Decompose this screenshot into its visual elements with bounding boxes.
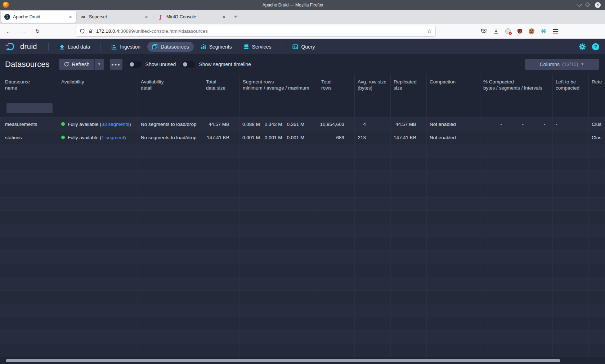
col-header-left-to-be-compacted[interactable]: Left to becompacted (553, 74, 589, 99)
table-row-measurements[interactable]: measurements Fully available (33 segment… (0, 118, 605, 131)
cell-total-data-size: 44.57 MB (203, 118, 240, 131)
table-row-empty (0, 171, 605, 184)
show-unused-toggle[interactable] (129, 61, 142, 68)
back-button[interactable]: ← (4, 28, 14, 34)
more-actions-button[interactable]: ●●● (110, 59, 122, 70)
col-header-retention[interactable]: Rete (589, 74, 605, 99)
chevron-down-icon: ▼ (581, 62, 584, 66)
segments-link[interactable]: 33 segments (102, 122, 129, 127)
table-row-empty (0, 264, 605, 277)
help-icon[interactable]: ? (592, 43, 599, 50)
druid-logo[interactable]: druid (5, 42, 37, 51)
nav-item-label: Datasources (161, 44, 189, 50)
menu-hamburger-icon[interactable] (553, 29, 558, 33)
table-row-stations[interactable]: stations Fully available (1 segment) No … (0, 131, 605, 144)
tab-apache-druid[interactable]: Apache Druid × (1, 11, 76, 23)
show-segment-timeline-label: Show segment timeline (199, 62, 251, 67)
tab-close-icon[interactable]: × (221, 14, 226, 20)
nav-divider (282, 43, 282, 51)
url-bar[interactable]: 172.18.0.4:30899/unified-console.html#da… (76, 26, 436, 37)
minio-favicon-icon: ʃ (158, 14, 163, 20)
nav-item-segments[interactable]: Segments (196, 42, 237, 52)
nav-item-ingestion[interactable]: Ingestion (107, 42, 145, 52)
refresh-button[interactable]: Refresh (59, 59, 94, 70)
tab-strip: Apache Druid × ∞ Superset × ʃ MinIO Cons… (0, 10, 605, 24)
col-header-total-rows[interactable]: Totalrows (318, 74, 355, 99)
reload-button[interactable]: ↻ (32, 28, 42, 35)
ingestion-icon (111, 44, 117, 50)
tab-superset[interactable]: ∞ Superset × (77, 11, 152, 23)
col-header-total-data-size[interactable]: Totaldata size (203, 74, 240, 99)
window-minimize-icon[interactable] (577, 1, 582, 6)
table-row-empty (0, 277, 605, 291)
ublock-shield-icon[interactable] (517, 28, 523, 34)
cell-left-to-be-compacted: - (553, 118, 589, 131)
table-row-empty (0, 344, 605, 357)
cell-datasource-name: measurements (0, 118, 58, 131)
nav-divider (48, 43, 49, 51)
col-header-replicated-size[interactable]: Replicatedsize (391, 74, 427, 99)
cell-left-to-be-compacted: - (553, 131, 589, 144)
col-header-compaction[interactable]: Compaction (427, 74, 480, 99)
table-row-empty (0, 211, 605, 224)
cell-total-rows: 689 (318, 131, 355, 144)
segments-link[interactable]: 1 segment (102, 135, 124, 140)
page-title: Datasources (5, 60, 50, 69)
pocket-icon[interactable] (481, 28, 487, 34)
col-header-datasource-name[interactable]: Datasourcename (0, 74, 58, 99)
col-header-pct-compacted[interactable]: % Compactedbytes / segments / intervals (480, 74, 553, 99)
nav-item-query[interactable]: Query (288, 42, 319, 52)
superset-favicon-icon: ∞ (80, 14, 86, 20)
cell-availability: Fully available (33 segments) (58, 118, 138, 131)
downloads-icon[interactable] (493, 28, 499, 34)
table-row-empty (0, 144, 605, 158)
table-row-empty (0, 224, 605, 237)
cell-pct-compacted: --- (480, 118, 553, 131)
brand-name: druid (20, 42, 37, 51)
tab-label: Apache Druid (13, 14, 68, 19)
nav-item-datasources[interactable]: Datasources (147, 42, 194, 52)
table-filter-row (0, 99, 605, 118)
cell-availability: Fully available (1 segment) (58, 131, 138, 144)
table-row-empty (0, 331, 605, 344)
table-row-empty (0, 158, 605, 171)
cookie-extension-icon[interactable] (529, 28, 534, 34)
col-header-segment-rows[interactable]: Segment rowsminimum / average / maximum (240, 74, 318, 99)
datasource-name-filter-input[interactable] (6, 103, 53, 113)
window-maximize-icon[interactable] (585, 3, 590, 7)
cell-compaction: Not enabled (427, 118, 480, 131)
segments-icon (201, 44, 206, 50)
refresh-dropdown-button[interactable]: ▼ (94, 59, 104, 70)
col-header-avg-row-size[interactable]: Avg. row size(bytes) (355, 74, 391, 99)
asterisk-extension-icon[interactable] (541, 28, 547, 34)
tab-label: MinIO Console (166, 14, 221, 19)
forward-button[interactable]: → (18, 28, 28, 34)
nav-item-load-data[interactable]: Load data (54, 42, 95, 52)
datasources-table: Datasourcename Availability Availability… (0, 74, 605, 357)
table-row-empty (0, 317, 605, 331)
window-close-icon[interactable]: × (595, 2, 601, 8)
tab-close-icon[interactable]: × (68, 14, 73, 20)
columns-button[interactable]: Columns (13/15) ▼ (525, 59, 599, 70)
horizontal-scrollbar[interactable] (6, 359, 560, 362)
table-row-empty (0, 237, 605, 251)
shield-icon[interactable] (80, 28, 85, 34)
nav-item-services[interactable]: Services (239, 42, 276, 52)
show-segment-timeline-toggle[interactable] (182, 61, 195, 68)
druid-logo-icon (5, 42, 17, 51)
col-header-availability[interactable]: Availability (58, 74, 138, 99)
bookmark-star-icon[interactable]: ☆ (427, 28, 432, 35)
settings-gear-icon[interactable] (578, 43, 586, 51)
tab-minio-console[interactable]: ʃ MinIO Console × (154, 11, 229, 23)
cell-segment-rows: 0.001 M0.001 M0.001 M (240, 131, 318, 144)
table-header-row: Datasourcename Availability Availability… (0, 74, 605, 99)
new-tab-button[interactable]: + (230, 13, 241, 21)
extension-icon[interactable]: × (505, 28, 511, 34)
nav-divider (100, 43, 101, 51)
insecure-lock-icon[interactable] (88, 28, 93, 34)
nav-item-label: Services (252, 44, 272, 50)
col-header-availability-detail[interactable]: Availabilitydetail (138, 74, 203, 99)
datasources-icon (152, 44, 158, 50)
window-title: Apache Druid — Mozilla Firefox (9, 3, 577, 8)
tab-close-icon[interactable]: × (144, 14, 149, 20)
